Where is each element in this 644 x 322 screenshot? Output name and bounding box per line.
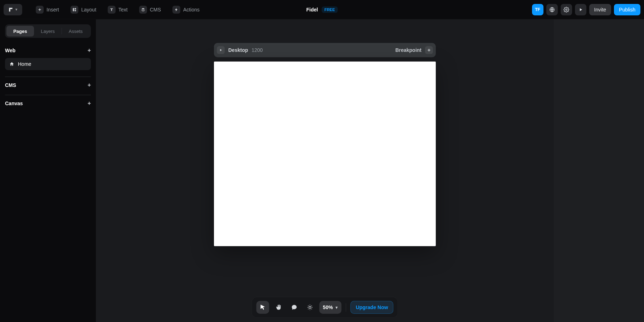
user-avatar[interactable]: TF bbox=[532, 4, 543, 15]
text-label: Text bbox=[118, 7, 128, 13]
breakpoint-bar: Desktop 1200 Breakpoint + bbox=[214, 43, 436, 57]
chat-icon bbox=[291, 304, 297, 311]
topbar-center: Fidel FREE bbox=[306, 6, 338, 13]
invite-button[interactable]: Invite bbox=[589, 4, 611, 15]
layout-icon bbox=[70, 6, 78, 14]
zoom-dropdown[interactable]: 50% ▾ bbox=[319, 301, 341, 314]
app-logo-icon bbox=[8, 7, 13, 12]
svg-rect-0 bbox=[73, 8, 74, 11]
topbar-left: ▾ Insert Layout Text CMS bbox=[4, 4, 204, 15]
add-cms-button[interactable]: + bbox=[88, 82, 91, 88]
preview-button[interactable] bbox=[575, 4, 586, 15]
app-menu-button[interactable]: ▾ bbox=[4, 4, 22, 15]
text-tool-button[interactable]: Text bbox=[103, 4, 132, 15]
stack-icon bbox=[139, 6, 147, 14]
section-web-header: Web + bbox=[5, 47, 91, 54]
content: Pages Layers Assets Web + Home bbox=[0, 19, 644, 322]
insert-label: Insert bbox=[47, 7, 59, 13]
sidebar-section-cms: CMS + bbox=[5, 77, 91, 88]
svg-point-5 bbox=[309, 306, 311, 308]
page-home-row[interactable]: Home bbox=[5, 58, 91, 70]
bottom-toolbar: 50% ▾ Upgrade Now bbox=[252, 297, 398, 318]
select-tool[interactable] bbox=[256, 301, 269, 314]
zoom-value: 50% bbox=[323, 304, 333, 310]
chevron-down-icon: ▾ bbox=[15, 7, 18, 12]
comment-tool[interactable] bbox=[288, 301, 301, 314]
svg-point-4 bbox=[566, 9, 567, 10]
tab-pages[interactable]: Pages bbox=[6, 26, 34, 36]
hand-icon bbox=[275, 304, 282, 311]
actions-button[interactable]: Actions bbox=[168, 4, 204, 15]
mini-preview-button[interactable] bbox=[217, 46, 225, 54]
sidebar-segmented: Pages Layers Assets bbox=[5, 24, 91, 38]
tab-layers[interactable]: Layers bbox=[34, 26, 62, 36]
document-title: Fidel bbox=[306, 7, 318, 13]
settings-button[interactable] bbox=[561, 4, 572, 15]
cms-label: CMS bbox=[150, 7, 161, 13]
page-home-label: Home bbox=[18, 61, 31, 67]
right-inspector-panel bbox=[554, 19, 644, 322]
breakpoint-bar-left: Desktop 1200 bbox=[217, 46, 263, 54]
toolbar-divider bbox=[346, 303, 346, 312]
plus-icon bbox=[36, 6, 44, 14]
breakpoint-device-label: Desktop bbox=[228, 47, 248, 53]
mini-play-icon bbox=[219, 48, 223, 52]
layout-button[interactable]: Layout bbox=[66, 4, 101, 15]
plan-badge: FREE bbox=[322, 6, 338, 13]
cms-button[interactable]: CMS bbox=[135, 4, 165, 15]
tab-pages-label: Pages bbox=[13, 29, 27, 34]
globe-icon bbox=[549, 7, 555, 13]
section-cms-header: CMS + bbox=[5, 82, 91, 88]
hand-tool[interactable] bbox=[272, 301, 285, 314]
section-canvas-header: Canvas + bbox=[5, 100, 91, 107]
add-page-button[interactable]: + bbox=[88, 47, 91, 54]
topbar: ▾ Insert Layout Text CMS bbox=[0, 0, 644, 19]
actions-label: Actions bbox=[183, 7, 200, 13]
layout-label: Layout bbox=[81, 7, 96, 13]
add-canvas-button[interactable]: + bbox=[88, 100, 91, 107]
tab-assets[interactable]: Assets bbox=[62, 26, 89, 36]
section-canvas-title: Canvas bbox=[5, 101, 23, 106]
insert-button[interactable]: Insert bbox=[31, 4, 63, 15]
home-icon bbox=[9, 62, 14, 67]
svg-rect-2 bbox=[75, 10, 76, 11]
sidebar-section-web: Web + Home bbox=[5, 44, 91, 70]
invite-label: Invite bbox=[594, 7, 606, 13]
sidebar-section-canvas: Canvas + bbox=[5, 95, 91, 107]
artboard-desktop[interactable] bbox=[214, 62, 436, 246]
breakpoint-label: Breakpoint bbox=[395, 47, 421, 53]
sidebar: Pages Layers Assets Web + Home bbox=[0, 19, 96, 322]
topbar-right: TF Invite Publish bbox=[532, 4, 640, 15]
tab-assets-label: Assets bbox=[69, 29, 83, 34]
breakpoint-bar-right: Breakpoint + bbox=[395, 46, 433, 54]
avatar-initials: TF bbox=[535, 7, 540, 12]
theme-toggle[interactable] bbox=[303, 301, 316, 314]
section-web-title: Web bbox=[5, 48, 15, 53]
publish-button[interactable]: Publish bbox=[614, 4, 640, 15]
text-icon bbox=[108, 6, 116, 14]
gear-icon bbox=[564, 7, 569, 13]
add-breakpoint-button[interactable]: + bbox=[425, 46, 433, 54]
upgrade-label: Upgrade Now bbox=[356, 304, 388, 310]
play-icon bbox=[578, 7, 583, 12]
breakpoint-width-value: 1200 bbox=[252, 47, 263, 53]
canvas-area[interactable]: Desktop 1200 Breakpoint + bbox=[96, 19, 554, 322]
publish-label: Publish bbox=[619, 7, 635, 13]
svg-rect-1 bbox=[75, 8, 76, 9]
chevron-down-icon: ▾ bbox=[336, 305, 338, 310]
globe-button[interactable] bbox=[546, 4, 558, 15]
upgrade-button[interactable]: Upgrade Now bbox=[350, 301, 393, 314]
cursor-icon bbox=[259, 304, 266, 311]
bolt-icon bbox=[172, 6, 180, 14]
sun-icon bbox=[307, 304, 313, 311]
tab-layers-label: Layers bbox=[41, 29, 55, 34]
section-cms-title: CMS bbox=[5, 82, 16, 88]
